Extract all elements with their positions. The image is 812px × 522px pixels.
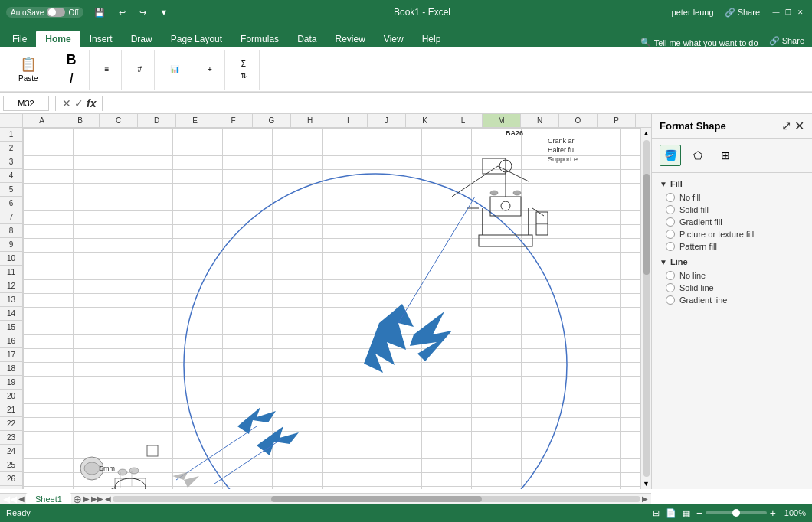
col-k[interactable]: K bbox=[406, 114, 444, 127]
no-line-option[interactable]: No line bbox=[660, 271, 804, 280]
cancel-icon[interactable]: ✕ bbox=[62, 97, 71, 109]
view-normal-icon[interactable]: ⊞ bbox=[653, 508, 660, 518]
col-m[interactable]: M bbox=[483, 114, 521, 127]
col-i[interactable]: I bbox=[329, 114, 368, 127]
restore-button[interactable]: ❐ bbox=[783, 7, 794, 18]
col-e[interactable]: E bbox=[176, 114, 214, 127]
row-14[interactable]: 14 bbox=[0, 307, 22, 321]
row-18[interactable]: 18 bbox=[0, 362, 22, 376]
scroll-down-btn[interactable]: ▼ bbox=[641, 478, 651, 489]
view-page-icon[interactable]: 📄 bbox=[666, 508, 676, 518]
col-q[interactable]: Q bbox=[636, 114, 651, 127]
close-button[interactable]: ✕ bbox=[795, 7, 806, 18]
line-section-header[interactable]: ▼ Line bbox=[660, 257, 804, 266]
autosave-toggle[interactable]: AutoSave Off bbox=[6, 7, 83, 18]
customize-button[interactable]: ▼ bbox=[156, 6, 173, 18]
tab-insert[interactable]: Insert bbox=[80, 31, 122, 47]
row-21[interactable]: 21 bbox=[0, 403, 22, 417]
row-20[interactable]: 20 bbox=[0, 390, 22, 403]
row-19[interactable]: 19 bbox=[0, 376, 22, 390]
col-n[interactable]: N bbox=[521, 114, 559, 127]
row-26[interactable]: 26 bbox=[0, 472, 22, 486]
row-5[interactable]: 5 bbox=[0, 183, 22, 197]
zoom-slider[interactable] bbox=[706, 511, 767, 514]
row-1[interactable]: 1 bbox=[0, 128, 22, 142]
row-2[interactable]: 2 bbox=[0, 142, 22, 155]
conditional-format-button[interactable]: 📊 bbox=[165, 64, 184, 75]
insert-cells-button[interactable]: + bbox=[203, 64, 217, 75]
shape-options-icon-button[interactable]: ⬠ bbox=[687, 145, 709, 166]
tab-formulas[interactable]: Formulas bbox=[231, 31, 288, 47]
gradient-fill-option[interactable]: Gradient fill bbox=[660, 217, 804, 227]
solid-fill-radio[interactable] bbox=[666, 205, 675, 214]
v-scroll-track[interactable] bbox=[643, 140, 650, 477]
row-7[interactable]: 7 bbox=[0, 210, 22, 224]
col-b[interactable]: B bbox=[61, 114, 100, 127]
tab-review[interactable]: Review bbox=[326, 31, 374, 47]
solid-line-option[interactable]: Solid line bbox=[660, 283, 804, 292]
tab-draw[interactable]: Draw bbox=[122, 31, 162, 47]
tab-pagelayout[interactable]: Page Layout bbox=[162, 31, 231, 47]
gradient-line-option[interactable]: Gradient line bbox=[660, 295, 804, 305]
view-break-icon[interactable]: ▦ bbox=[683, 508, 690, 518]
number-format-button[interactable]: # bbox=[133, 64, 146, 75]
fill-line-icon-button[interactable]: 🪣 bbox=[660, 145, 681, 166]
minimize-button[interactable]: — bbox=[771, 7, 781, 18]
h-scroll-track[interactable] bbox=[113, 496, 640, 502]
row-24[interactable]: 24 bbox=[0, 445, 22, 458]
col-g[interactable]: G bbox=[253, 114, 291, 127]
function-icon[interactable]: fx bbox=[87, 97, 96, 109]
picture-fill-radio[interactable] bbox=[666, 230, 675, 239]
scroll-up-btn[interactable]: ▲ bbox=[641, 128, 651, 139]
pattern-fill-radio[interactable] bbox=[666, 242, 675, 251]
row-9[interactable]: 9 bbox=[0, 238, 22, 252]
col-f[interactable]: F bbox=[214, 114, 253, 127]
row-10[interactable]: 10 bbox=[0, 252, 22, 266]
row-11[interactable]: 11 bbox=[0, 266, 22, 279]
tab-data[interactable]: Data bbox=[288, 31, 326, 47]
h-scroll-right-btn[interactable]: ▶ bbox=[642, 494, 648, 503]
no-fill-option[interactable]: No fill bbox=[660, 193, 804, 202]
share-button[interactable]: 🔗 Share bbox=[720, 6, 765, 19]
col-c[interactable]: C bbox=[100, 114, 138, 127]
fill-section-header[interactable]: ▼ Fill bbox=[660, 179, 804, 188]
h-scroll-left-btn[interactable]: ◀ bbox=[105, 494, 111, 503]
col-l[interactable]: L bbox=[444, 114, 483, 127]
cell-reference-input[interactable] bbox=[3, 96, 49, 111]
row-23[interactable]: 23 bbox=[0, 431, 22, 445]
row-3[interactable]: 3 bbox=[0, 155, 22, 169]
solid-line-radio[interactable] bbox=[666, 283, 675, 292]
vertical-scrollbar[interactable]: ▲ ▼ bbox=[640, 128, 651, 489]
row-25[interactable]: 25 bbox=[0, 458, 22, 472]
row-12[interactable]: 12 bbox=[0, 279, 22, 293]
col-p[interactable]: P bbox=[598, 114, 636, 127]
redo-button[interactable]: ↪ bbox=[135, 6, 151, 19]
col-a[interactable]: A bbox=[23, 114, 61, 127]
row-8[interactable]: 8 bbox=[0, 224, 22, 238]
row-15[interactable]: 15 bbox=[0, 321, 22, 334]
spreadsheet[interactable]: A B C D E F G H I J K L M N O P Q R S T … bbox=[0, 114, 651, 489]
tab-view[interactable]: View bbox=[375, 31, 413, 47]
sum-button[interactable]: Σ bbox=[237, 58, 250, 70]
horizontal-scrollbar[interactable]: ◀◀ ◀ Sheet1 ⊕ ▶ ▶▶ ◀ ▶ bbox=[0, 493, 651, 504]
undo-button[interactable]: ↩ bbox=[114, 6, 130, 19]
align-left-button[interactable]: ≡ bbox=[100, 64, 114, 75]
col-j[interactable]: J bbox=[368, 114, 406, 127]
tab-home[interactable]: Home bbox=[36, 31, 80, 47]
row-17[interactable]: 17 bbox=[0, 348, 22, 362]
row-22[interactable]: 22 bbox=[0, 417, 22, 431]
confirm-icon[interactable]: ✓ bbox=[74, 97, 83, 109]
col-o[interactable]: O bbox=[559, 114, 598, 127]
italic-button[interactable]: I bbox=[65, 70, 78, 89]
col-d[interactable]: D bbox=[138, 114, 176, 127]
no-fill-radio[interactable] bbox=[666, 193, 675, 202]
no-line-radio[interactable] bbox=[666, 271, 675, 280]
sort-button[interactable]: ⇅ bbox=[236, 70, 251, 81]
paste-button[interactable]: 📋 Paste bbox=[14, 54, 43, 84]
row-27[interactable]: 27 bbox=[0, 486, 22, 489]
share-ribbon-button[interactable]: 🔗 Share bbox=[765, 34, 809, 47]
row-16[interactable]: 16 bbox=[0, 334, 22, 348]
picture-fill-option[interactable]: Picture or texture fill bbox=[660, 230, 804, 239]
tab-help[interactable]: Help bbox=[413, 31, 450, 47]
zoom-plus-button[interactable]: + bbox=[770, 507, 776, 519]
